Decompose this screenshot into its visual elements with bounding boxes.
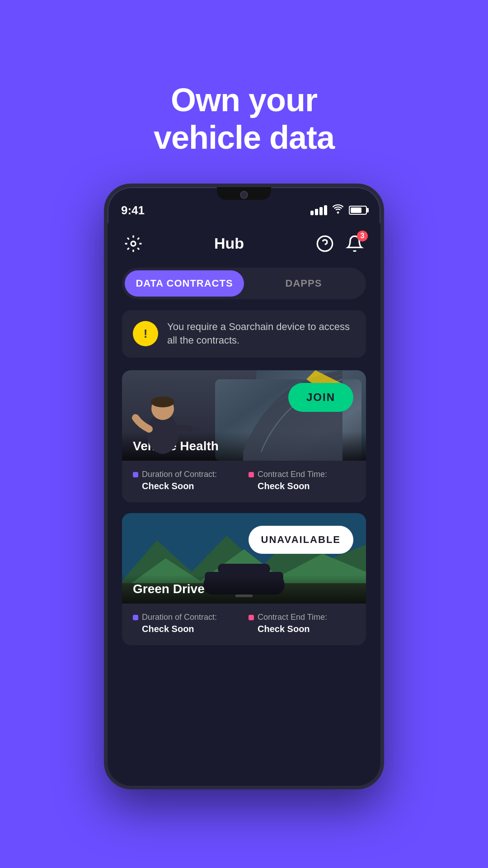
status-icons [310,204,367,217]
duration-item: Duration of Contract: Check Soon [133,470,239,491]
alert-message: You require a Soarchain device to access… [167,320,355,348]
signal-icon [310,205,327,215]
help-button[interactable] [314,232,336,255]
vehicle-health-info: Duration of Contract: Check Soon Contrac… [122,461,366,502]
battery-icon [349,206,367,215]
notifications-button[interactable]: 3 [343,232,366,255]
vehicle-health-image: JOIN Vehicle Health [122,370,366,461]
app-content: Hub 3 D [108,223,380,786]
end-time-value: Check Soon [249,481,355,491]
green-drive-meta: Duration of Contract: Check Soon Contrac… [133,613,355,634]
duration-dot [133,472,138,477]
green-drive-image: UNAVAILABLE Green Drive [122,513,366,604]
phone-frame: 9:41 [104,184,384,789]
svg-point-4 [151,396,174,407]
wifi-icon [332,204,344,217]
phone-notch [217,187,271,200]
end-time-item: Contract End Time: Check Soon [249,470,355,491]
join-button[interactable]: JOIN [288,383,353,412]
phone-side-button [381,287,384,323]
app-header: Hub 3 [108,223,380,264]
header-left [122,232,145,255]
gd-end-time-value: Check Soon [249,624,355,634]
gd-duration-value: Check Soon [133,624,239,634]
status-bar: 9:41 [121,203,367,217]
hero-title: Own your vehicle data [154,81,334,156]
hero-section: Own your vehicle data [154,41,334,156]
alert-banner: ! You require a Soarchain device to acce… [122,310,366,358]
status-time: 9:41 [121,203,145,217]
app-title: Hub [214,235,244,252]
tabs-container: DATA CONTRACTS DAPPS [122,268,366,299]
green-drive-info: Duration of Contract: Check Soon Contrac… [122,604,366,645]
header-right: 3 [314,232,366,255]
svg-rect-12 [218,564,270,574]
duration-value: Check Soon [133,481,239,491]
gd-end-time-dot [249,615,254,620]
gd-end-time-item: Contract End Time: Check Soon [249,613,355,634]
gd-duration-item: Duration of Contract: Check Soon [133,613,239,634]
warning-icon: ! [133,321,158,346]
settings-button[interactable] [122,232,145,255]
green-drive-title-overlay: Green Drive [122,575,366,604]
tab-data-contracts[interactable]: DATA CONTRACTS [125,270,244,297]
notification-badge: 3 [357,231,368,241]
end-time-dot [249,472,254,477]
tab-dapps[interactable]: DAPPS [244,270,363,297]
green-drive-card: UNAVAILABLE Green Drive Duration of Cont… [122,513,366,645]
vehicle-health-card: JOIN Vehicle Health Duration of Contract… [122,370,366,502]
svg-point-0 [131,241,136,246]
unavailable-button[interactable]: UNAVAILABLE [249,526,353,554]
gd-duration-dot [133,615,138,620]
vehicle-health-meta: Duration of Contract: Check Soon Contrac… [133,470,355,491]
